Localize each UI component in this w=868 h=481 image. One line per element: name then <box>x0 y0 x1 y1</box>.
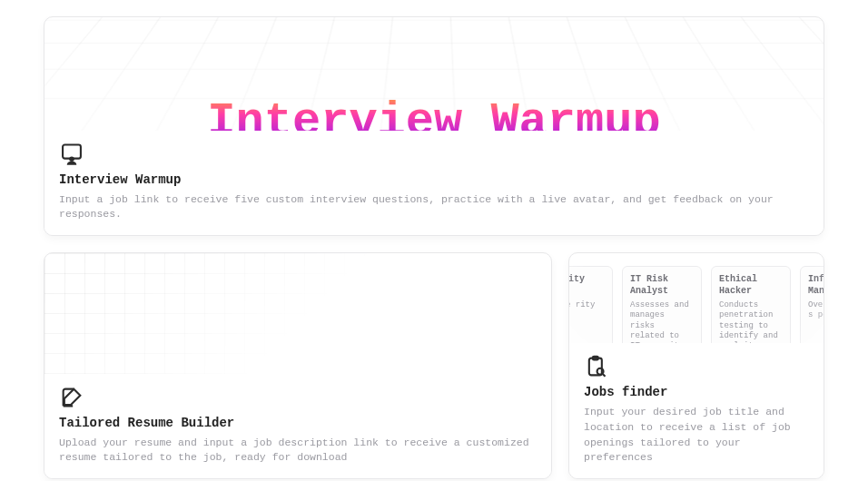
interview-warmup-title: Interview Warmup <box>59 172 809 187</box>
jobs-finder-body: Jobs finder Input your desired job title… <box>569 343 824 478</box>
jobs-finder-desc: Input your desired job title and locatio… <box>584 405 809 466</box>
feature-row: Tailored Resume Builder Upload your resu… <box>44 252 824 479</box>
resume-builder-body: Tailored Resume Builder Upload your resu… <box>44 374 551 478</box>
resume-builder-title: Tailored Resume Builder <box>59 416 537 430</box>
person-screen-icon <box>59 142 84 167</box>
resume-builder-desc: Upload your resume and input a job descr… <box>59 436 537 466</box>
interview-warmup-desc: Input a job link to receive five custom … <box>59 192 809 222</box>
grid-decoration <box>44 253 399 377</box>
interview-warmup-body: Interview Warmup Input a job link to rec… <box>44 131 824 235</box>
svg-rect-0 <box>63 144 81 158</box>
interview-warmup-card[interactable]: Interview Warmup Interview Warmup Input … <box>44 16 824 236</box>
jobs-finder-title: Jobs finder <box>584 385 809 399</box>
resume-builder-card[interactable]: Tailored Resume Builder Upload your resu… <box>44 252 552 479</box>
clipboard-search-icon <box>584 354 609 379</box>
jobs-finder-card[interactable]: Security tant advice rity IT Risk Analys… <box>568 252 824 479</box>
pencil-note-icon <box>59 385 84 410</box>
page-root: Interview Warmup Interview Warmup Input … <box>0 0 868 481</box>
svg-rect-2 <box>589 358 602 376</box>
svg-point-1 <box>69 156 74 162</box>
